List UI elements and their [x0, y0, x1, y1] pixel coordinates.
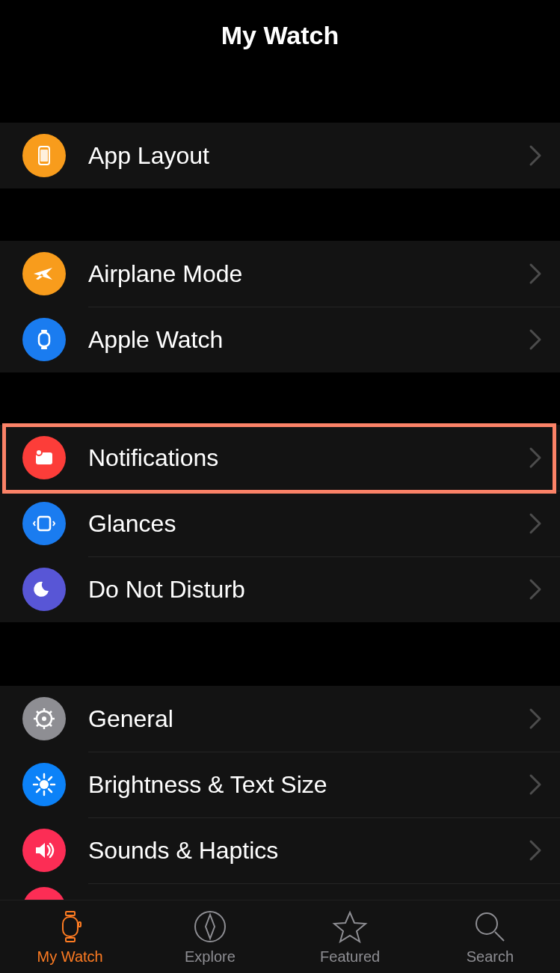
tab-label: My Watch	[37, 948, 103, 966]
section-gap	[0, 622, 560, 686]
notifications-icon	[22, 436, 66, 479]
svg-line-33	[495, 932, 504, 941]
tab-label: Explore	[185, 948, 236, 966]
chevron-right-icon	[529, 512, 542, 535]
row-label: General	[88, 705, 529, 733]
svg-rect-29	[66, 938, 75, 942]
tab-label: Search	[467, 948, 514, 966]
row-glances[interactable]: Glances	[0, 491, 560, 556]
speaker-icon	[22, 829, 66, 872]
row-label: Glances	[88, 510, 529, 538]
row-partial[interactable]	[0, 883, 560, 900]
tab-my-watch[interactable]: My Watch	[0, 900, 140, 973]
svg-line-24	[49, 789, 52, 792]
svg-point-9	[42, 716, 46, 721]
svg-line-23	[37, 777, 40, 780]
svg-point-18	[40, 780, 49, 789]
svg-rect-28	[66, 912, 75, 915]
svg-rect-7	[38, 517, 50, 530]
chevron-right-icon	[529, 144, 542, 167]
svg-rect-4	[41, 347, 47, 349]
svg-line-17	[37, 724, 39, 726]
svg-point-6	[36, 449, 42, 455]
row-label: Notifications	[88, 444, 529, 472]
svg-rect-27	[63, 917, 78, 936]
chevron-right-icon	[529, 773, 542, 796]
row-label: App Layout	[88, 142, 529, 170]
section-gap	[0, 188, 560, 241]
row-apple-watch[interactable]: Apple Watch	[0, 307, 560, 372]
row-airplane-mode[interactable]: Airplane Mode	[0, 241, 560, 307]
settings-scroll[interactable]: App Layout Airplane Mode Apple Watch Not…	[0, 70, 560, 900]
section-gap	[0, 372, 560, 425]
tab-bar: My Watch Explore Featured Search	[0, 900, 560, 973]
row-notifications[interactable]: Notifications	[0, 425, 560, 491]
page-title: My Watch	[221, 21, 339, 50]
svg-rect-2	[39, 333, 49, 346]
tab-label: Featured	[320, 948, 380, 966]
row-label: Brightness & Text Size	[88, 771, 529, 799]
partial-icon	[22, 887, 66, 900]
svg-line-26	[37, 789, 40, 792]
glances-icon	[22, 502, 66, 545]
chevron-right-icon	[529, 446, 542, 469]
airplane-icon	[22, 252, 66, 295]
chevron-right-icon	[529, 839, 542, 862]
row-brightness[interactable]: Brightness & Text Size	[0, 752, 560, 817]
row-label: Do Not Disturb	[88, 576, 529, 604]
svg-line-25	[49, 777, 52, 780]
svg-line-14	[37, 711, 39, 713]
chevron-right-icon	[529, 578, 542, 601]
chevron-right-icon	[529, 328, 542, 351]
svg-rect-1	[40, 150, 48, 162]
section-gap	[0, 70, 560, 123]
svg-line-16	[49, 711, 52, 713]
app-layout-icon	[22, 134, 66, 177]
svg-line-15	[49, 724, 52, 726]
row-app-layout[interactable]: App Layout	[0, 123, 560, 188]
tab-explore[interactable]: Explore	[140, 900, 280, 973]
moon-icon	[22, 568, 66, 611]
row-general[interactable]: General	[0, 686, 560, 752]
brightness-icon	[22, 763, 66, 806]
chevron-right-icon	[529, 263, 542, 285]
tab-featured[interactable]: Featured	[280, 900, 420, 973]
tab-search[interactable]: Search	[420, 900, 560, 973]
nav-bar: My Watch	[0, 0, 560, 70]
gear-icon	[22, 697, 66, 740]
watch-icon	[22, 318, 66, 361]
chevron-right-icon	[529, 708, 542, 730]
row-sounds-haptics[interactable]: Sounds & Haptics	[0, 817, 560, 883]
svg-rect-3	[41, 330, 47, 332]
svg-point-32	[476, 913, 497, 934]
svg-rect-30	[79, 922, 81, 927]
row-label: Apple Watch	[88, 326, 529, 354]
row-label: Airplane Mode	[88, 260, 529, 288]
row-label: Sounds & Haptics	[88, 837, 529, 865]
row-do-not-disturb[interactable]: Do Not Disturb	[0, 556, 560, 622]
